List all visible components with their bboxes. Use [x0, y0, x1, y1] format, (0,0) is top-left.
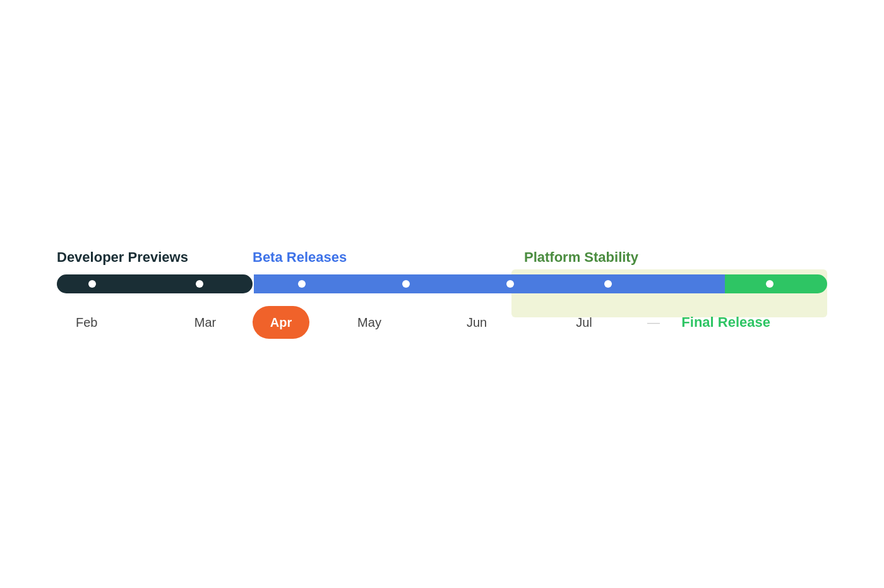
timeline-container: Developer Previews Beta Releases Platfor… — [44, 224, 840, 364]
month-apr-badge[interactable]: Apr — [253, 306, 309, 339]
month-labels-row: Feb Mar Apr May Jun Jul — Final Release — [57, 306, 827, 339]
track-final-release — [725, 274, 827, 293]
month-dash: — — [638, 315, 669, 330]
dot-beta-1 — [298, 280, 306, 288]
dot-final-1 — [766, 280, 774, 288]
phase-label-platform-stability: Platform Stability — [524, 249, 827, 266]
track-beta-platform — [254, 274, 725, 293]
phase-label-developer-previews: Developer Previews — [57, 249, 253, 266]
month-jun-label: Jun — [423, 315, 530, 330]
month-mar-label: Mar — [158, 315, 253, 330]
phase-label-beta-releases: Beta Releases — [253, 249, 524, 266]
track-developer-previews — [57, 274, 253, 293]
dot-beta-2 — [402, 280, 410, 288]
dot-beta-3 — [506, 280, 514, 288]
dot-stability-1 — [604, 280, 612, 288]
timeline-wrapper — [57, 274, 827, 293]
month-jul-label: Jul — [530, 315, 638, 330]
dot-dev-2 — [196, 280, 203, 288]
month-feb-label: Feb — [57, 315, 158, 330]
month-apr-label: Apr — [270, 315, 292, 330]
month-may-label: May — [316, 315, 423, 330]
track-row — [57, 274, 827, 293]
phase-labels-row: Developer Previews Beta Releases Platfor… — [57, 249, 827, 266]
dot-dev-1 — [88, 280, 96, 288]
month-final-release-label: Final Release — [669, 314, 770, 331]
